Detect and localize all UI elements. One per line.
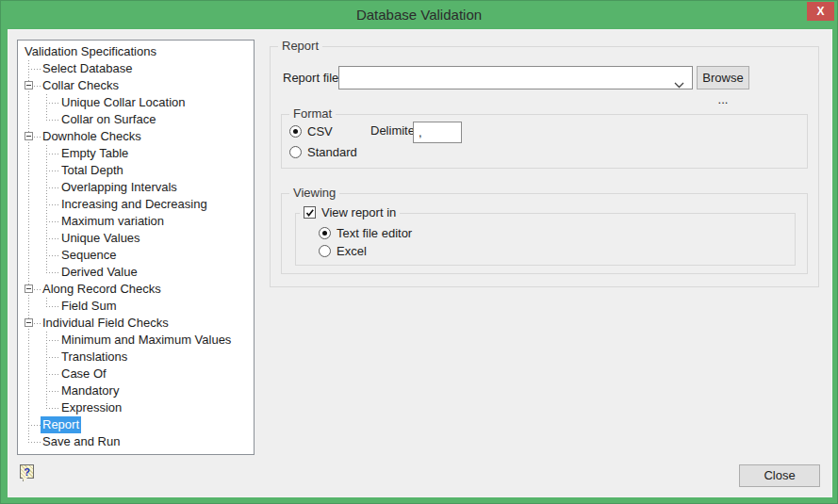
tree-item[interactable]: Empty Table xyxy=(18,145,254,162)
tree-item[interactable]: Downhole Checks xyxy=(18,128,254,145)
tree-guide-line xyxy=(28,399,29,416)
tree-item-label[interactable]: Translations xyxy=(59,349,129,366)
report-file-combobox[interactable] xyxy=(338,66,693,89)
csv-radio[interactable] xyxy=(289,125,302,138)
tree-guide-line xyxy=(28,264,29,281)
viewing-group: Viewing View report in Text file editor … xyxy=(281,193,808,274)
tree-item[interactable]: Derived Value xyxy=(18,264,254,281)
help-icon[interactable]: ? xyxy=(20,464,34,479)
tree-item-label[interactable]: Individual Field Checks xyxy=(41,315,171,332)
tree-item-label[interactable]: Save and Run xyxy=(41,433,122,450)
view-report-in-box: View report in Text file editor Excel xyxy=(295,213,796,266)
tree-item-label[interactable]: Collar on Surface xyxy=(59,111,157,128)
tree-item[interactable]: Collar Checks xyxy=(18,77,254,94)
tree-item-label[interactable]: Maximum variation xyxy=(59,213,166,230)
window-title: Database Validation xyxy=(1,1,837,29)
tree-connector xyxy=(46,103,59,104)
standard-radio[interactable] xyxy=(289,146,302,158)
tree-item-label[interactable]: Sequence xyxy=(59,247,119,264)
tree-item-label[interactable]: Mandatory xyxy=(59,382,121,399)
tree-item-label[interactable]: Collar Checks xyxy=(41,77,121,94)
tree-item-label[interactable]: Unique Values xyxy=(59,230,142,247)
tree-item-label[interactable]: Expression xyxy=(59,399,123,416)
validation-tree[interactable]: Validation SpecificationsSelect Database… xyxy=(17,40,255,455)
report-group-label: Report xyxy=(278,39,322,54)
database-validation-dialog: { "window": { "title": "Database Validat… xyxy=(0,0,838,504)
tree-guide-line xyxy=(28,111,29,128)
collapse-minus-icon[interactable] xyxy=(25,81,33,89)
csv-radio-label[interactable]: CSV xyxy=(307,124,333,138)
standard-radio-label[interactable]: Standard xyxy=(307,145,357,159)
tree-item[interactable]: Collar on Surface xyxy=(18,111,254,128)
tree-connector xyxy=(46,306,59,307)
tree-guide-line xyxy=(46,111,47,120)
delimiter-input[interactable]: , xyxy=(413,122,462,143)
tree-item[interactable]: Overlapping Intervals xyxy=(18,179,254,196)
tree-connector xyxy=(46,120,59,121)
tree-item[interactable]: Case Of xyxy=(18,366,254,382)
tree-item[interactable]: Maximum variation xyxy=(18,213,254,230)
tree-item[interactable]: Validation Specifications xyxy=(18,43,254,60)
chevron-down-icon[interactable] xyxy=(674,75,684,92)
report-group: Report Report file Browse ... Format CSV… xyxy=(270,46,819,287)
tree-item[interactable]: Increasing and Decreasing xyxy=(18,196,254,213)
tree-item-label[interactable]: Minimum and Maximum Values xyxy=(59,332,233,349)
tree-item-label[interactable]: Empty Table xyxy=(59,145,130,162)
view-report-in-label[interactable]: View report in xyxy=(321,205,396,219)
tree-item[interactable]: Save and Run xyxy=(18,433,254,450)
delimiter-value: , xyxy=(419,125,422,139)
tree-connector xyxy=(46,357,59,358)
tree-connector xyxy=(46,171,59,171)
tree-item[interactable]: Report xyxy=(18,416,254,433)
tree-item-label[interactable]: Case Of xyxy=(59,366,108,382)
tree-item[interactable]: Field Sum xyxy=(18,298,254,315)
tree-connector xyxy=(46,374,59,375)
collapse-minus-icon[interactable] xyxy=(25,285,33,293)
tree-connector xyxy=(28,442,41,443)
tree-item-label[interactable]: Report xyxy=(41,416,81,433)
close-button[interactable]: Close xyxy=(739,464,820,487)
tree-item-label[interactable]: Downhole Checks xyxy=(41,128,143,145)
tree-item[interactable]: Unique Collar Location xyxy=(18,94,254,111)
tree-connector xyxy=(46,238,59,239)
tree-guide-line xyxy=(28,382,29,399)
csv-radio-row: CSV xyxy=(289,122,333,141)
tree-item-label[interactable]: Select Database xyxy=(41,60,134,77)
tree-item-label[interactable]: Field Sum xyxy=(59,298,119,315)
tree-item[interactable]: Mandatory xyxy=(18,382,254,399)
tree-item-label[interactable]: Overlapping Intervals xyxy=(59,179,179,196)
tree-guide-line xyxy=(28,298,29,315)
tree-connector xyxy=(34,289,41,290)
tree-item[interactable]: Translations xyxy=(18,349,254,366)
tree-item[interactable]: Individual Field Checks xyxy=(18,315,254,332)
tree-item-label[interactable]: Along Record Checks xyxy=(41,281,163,298)
standard-radio-row: Standard xyxy=(289,143,357,162)
window-close-icon[interactable]: X xyxy=(807,2,834,21)
tree-connector xyxy=(46,255,59,256)
tree-item-label[interactable]: Unique Collar Location xyxy=(59,94,188,111)
collapse-minus-icon[interactable] xyxy=(25,132,33,140)
tree-item[interactable]: Select Database xyxy=(18,60,254,77)
excel-radio-row: Excel xyxy=(319,242,367,261)
tree-item-label[interactable]: Total Depth xyxy=(59,162,125,179)
text-editor-radio-label[interactable]: Text file editor xyxy=(337,226,412,240)
tree-item[interactable]: Minimum and Maximum Values xyxy=(18,332,254,349)
tree-guide-line xyxy=(28,196,29,213)
browse-button[interactable]: Browse ... xyxy=(697,66,749,89)
view-report-in-checkbox[interactable] xyxy=(304,206,316,219)
tree-item-label[interactable]: Derived Value xyxy=(59,264,140,281)
tree-connector xyxy=(46,221,59,222)
excel-radio[interactable] xyxy=(319,245,331,257)
tree-item[interactable]: Along Record Checks xyxy=(18,281,254,298)
tree-item[interactable]: Total Depth xyxy=(18,162,254,179)
tree-connector xyxy=(46,154,59,154)
tree-item-label[interactable]: Increasing and Decreasing xyxy=(59,196,209,213)
text-editor-radio[interactable] xyxy=(319,227,331,239)
tree-connector xyxy=(46,272,59,273)
tree-item[interactable]: Expression xyxy=(18,399,254,416)
tree-item-label[interactable]: Validation Specifications xyxy=(23,43,158,60)
tree-item[interactable]: Unique Values xyxy=(18,230,254,247)
tree-item[interactable]: Sequence xyxy=(18,247,254,264)
collapse-minus-icon[interactable] xyxy=(25,318,33,327)
excel-radio-label[interactable]: Excel xyxy=(337,244,367,258)
